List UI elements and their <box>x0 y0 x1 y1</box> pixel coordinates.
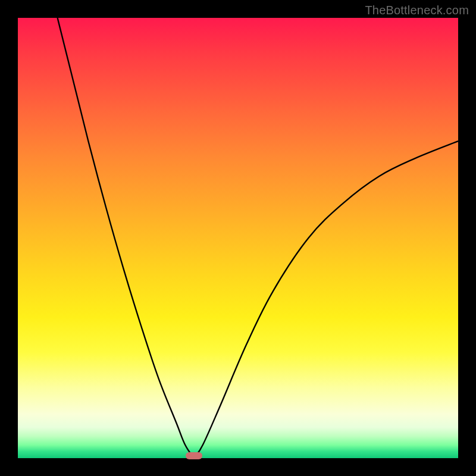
curve-right-branch <box>194 141 458 458</box>
plot-area <box>18 18 458 458</box>
optimum-marker <box>186 452 202 459</box>
curve-layer <box>18 18 458 458</box>
chart-frame: TheBottleneck.com <box>0 0 476 476</box>
curve-left-branch <box>58 18 194 458</box>
watermark-text: TheBottleneck.com <box>365 4 469 17</box>
